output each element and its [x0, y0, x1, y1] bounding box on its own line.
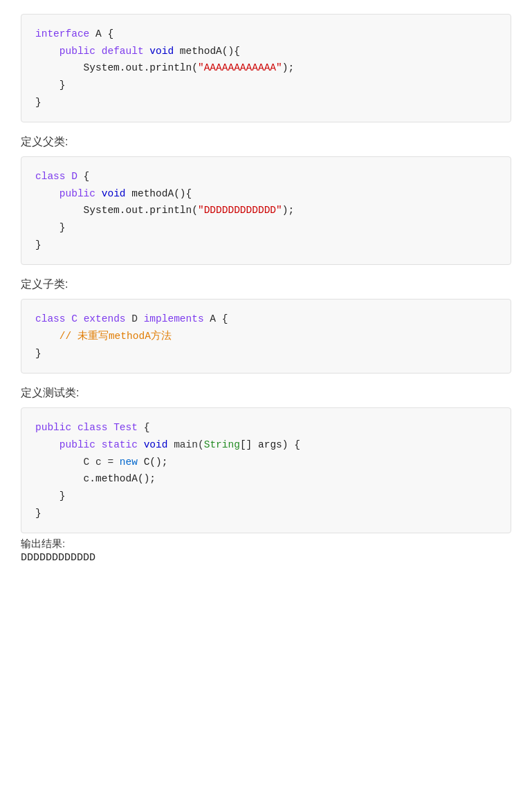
section-label-3: 定义测试类: — [21, 386, 511, 401]
code-block-block-classD: class D { public void methodA(){ System.… — [21, 156, 511, 265]
code-block-block-test: public class Test { public static void m… — [21, 407, 511, 533]
section-label-1: 定义父类: — [21, 135, 511, 149]
section-label-2: 定义子类: — [21, 277, 511, 292]
code-block-block-interface: interface A { public default void method… — [21, 14, 511, 122]
output-value: DDDDDDDDDDDD — [21, 552, 511, 564]
output-label: 输出结果: — [21, 537, 511, 551]
code-block-block-classC: class C extends D implements A { // 未重写m… — [21, 299, 511, 374]
app-container: interface A { public default void method… — [21, 14, 511, 564]
